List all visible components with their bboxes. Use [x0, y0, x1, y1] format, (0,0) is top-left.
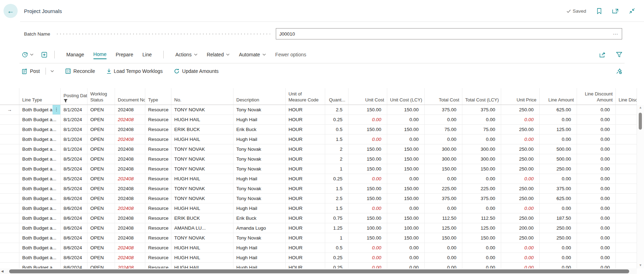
batch-name-value[interactable]: J00010: [276, 31, 611, 37]
cell-line_type[interactable]: Both Budget a...: [19, 164, 61, 174]
cell-description[interactable]: Hugh Hail: [233, 174, 286, 183]
cell-uom[interactable]: HOUR: [286, 115, 325, 124]
table-row[interactable]: Both Budget a...8/5/2024OPEN202408Resour…: [0, 174, 637, 184]
cell-quantity[interactable]: 0.25: [325, 253, 348, 262]
cell-document_no[interactable]: 202408: [115, 194, 145, 203]
fewer-options-button[interactable]: Fewer options: [275, 52, 306, 57]
bookmark-icon[interactable]: [597, 8, 602, 14]
cell-line_discount_amount[interactable]: 0.00: [577, 115, 616, 124]
cell-line_type[interactable]: Both Budget a...: [19, 135, 61, 144]
cell-description[interactable]: Tony Novak: [233, 144, 286, 154]
cell-indicator[interactable]: [0, 233, 19, 243]
cell-line_discount[interactable]: [616, 243, 637, 253]
cell-document_no[interactable]: 202408: [115, 115, 145, 124]
batch-name-input[interactable]: J00010 ...: [276, 28, 622, 39]
cell-no[interactable]: HUGH HAIL: [171, 115, 233, 124]
cell-worklog_status[interactable]: OPEN: [87, 135, 115, 144]
cell-total_cost_lcy[interactable]: 375.00: [462, 105, 501, 114]
cell-unit_cost_lcy[interactable]: 100.00: [387, 223, 425, 233]
cell-uom[interactable]: HOUR: [286, 204, 325, 213]
cell-document_no[interactable]: 202408: [115, 144, 145, 154]
cell-indicator[interactable]: [0, 154, 19, 164]
cell-document_no[interactable]: 202408: [115, 253, 145, 262]
cell-unit_price[interactable]: 0.00: [501, 263, 540, 268]
cell-indicator[interactable]: [0, 184, 19, 193]
cell-quantity[interactable]: 0.5: [325, 125, 348, 134]
cell-description[interactable]: Tony Novak: [233, 164, 286, 174]
cell-worklog_status[interactable]: OPEN: [87, 253, 115, 262]
cell-posting_date[interactable]: 8/5/2024: [61, 184, 87, 193]
table-row[interactable]: Both Budget a...8/5/2024OPEN202408Resour…: [0, 184, 637, 194]
cell-indicator[interactable]: [0, 115, 19, 124]
cell-line_type[interactable]: Both Budget a...: [19, 115, 61, 124]
cell-unit_cost_lcy[interactable]: 150.00: [387, 194, 425, 203]
cell-no[interactable]: TONY NOVAK: [171, 154, 233, 164]
cell-total_cost_lcy[interactable]: 0.00: [462, 253, 501, 262]
table-row[interactable]: Both Budget a...8/5/2024OPEN202408Resour…: [0, 164, 637, 174]
cell-uom[interactable]: HOUR: [286, 154, 325, 164]
cell-description[interactable]: Hugh Hail: [233, 135, 286, 144]
cell-total_cost[interactable]: 0.00: [425, 253, 462, 262]
unpin-icon[interactable]: [616, 68, 622, 74]
table-row[interactable]: Both Budget a...8/6/2024OPEN202408Resour…: [0, 223, 637, 233]
cell-unit_cost_lcy[interactable]: 150.00: [387, 144, 425, 154]
cell-unit_cost[interactable]: 0.00: [348, 135, 387, 144]
cell-total_cost[interactable]: 0.00: [425, 115, 462, 124]
cell-unit_cost_lcy[interactable]: 0.00: [387, 174, 425, 183]
cell-quantity[interactable]: 1.5: [325, 135, 348, 144]
cell-line_discount_amount[interactable]: 0.00: [577, 194, 616, 203]
cell-posting_date[interactable]: 8/6/2024: [61, 204, 87, 213]
column-header-type[interactable]: Type: [145, 88, 171, 105]
cell-uom[interactable]: HOUR: [286, 243, 325, 253]
cell-type[interactable]: Resource: [145, 213, 171, 223]
cell-posting_date[interactable]: 8/1/2024: [61, 125, 87, 134]
cell-line_discount[interactable]: [616, 253, 637, 262]
cell-unit_cost[interactable]: 150.00: [348, 105, 387, 114]
column-header-worklog_status[interactable]: WorklogStatus: [87, 88, 115, 105]
table-row[interactable]: Both Budget a...8/5/2024OPEN202408Resour…: [0, 154, 637, 164]
column-header-unit_cost[interactable]: Unit Cost: [348, 88, 387, 105]
cell-posting_date[interactable]: 8/5/2024: [61, 164, 87, 174]
cell-line_amount[interactable]: 250.00: [540, 223, 577, 233]
horizontal-scrollbar-thumb[interactable]: [9, 269, 629, 273]
cell-description[interactable]: Tony Novak: [233, 194, 286, 203]
cell-total_cost[interactable]: 0.00: [425, 243, 462, 253]
cell-total_cost[interactable]: 75.00: [425, 125, 462, 134]
cell-unit_price[interactable]: 200.00: [501, 223, 540, 233]
table-row[interactable]: Both Budget a...8/6/2024OPEN202408Resour…: [0, 233, 637, 243]
cell-posting_date[interactable]: 8/6/2024: [61, 194, 87, 203]
cell-description[interactable]: Hugh Hail: [233, 253, 286, 262]
cell-quantity[interactable]: 0.5: [325, 243, 348, 253]
cell-line_discount[interactable]: [616, 125, 637, 134]
cell-no[interactable]: ERIK BUCK: [171, 213, 233, 223]
cell-description[interactable]: Tony Novak: [233, 105, 286, 114]
cell-line_type[interactable]: Both Budget a...: [19, 213, 61, 223]
cell-unit_cost_lcy[interactable]: 150.00: [387, 164, 425, 174]
cell-no[interactable]: ERIK BUCK: [171, 125, 233, 134]
cell-total_cost_lcy[interactable]: 150.00: [462, 233, 501, 243]
cell-line_amount[interactable]: 0.00: [540, 135, 577, 144]
table-row[interactable]: Both Budget a...8/6/2024OPEN202408Resour…: [0, 213, 637, 223]
cell-indicator[interactable]: [0, 174, 19, 183]
cell-line_discount[interactable]: [616, 164, 637, 174]
cell-posting_date[interactable]: 8/1/2024: [61, 144, 87, 154]
cell-description[interactable]: Tony Novak: [233, 184, 286, 193]
cell-total_cost[interactable]: 375.00: [425, 105, 462, 114]
cell-line_type[interactable]: Both Budget a...: [19, 125, 61, 134]
cell-type[interactable]: Resource: [145, 194, 171, 203]
column-header-quantity[interactable]: Quant...: [325, 88, 348, 105]
cell-unit_cost_lcy[interactable]: 0.00: [387, 243, 425, 253]
menu-related[interactable]: Related: [207, 52, 230, 57]
cell-quantity[interactable]: 2: [325, 154, 348, 164]
cell-line_discount[interactable]: [616, 115, 637, 124]
cell-line_discount_amount[interactable]: 0.00: [577, 135, 616, 144]
cell-unit_cost[interactable]: 100.00: [348, 223, 387, 233]
column-header-total_cost_lcy[interactable]: Total Cost (LCY): [462, 88, 501, 105]
cell-unit_price[interactable]: 0.00: [501, 204, 540, 213]
cell-unit_cost[interactable]: 150.00: [348, 233, 387, 243]
column-header-posting_date[interactable]: Posting Date: [61, 88, 87, 105]
cell-uom[interactable]: HOUR: [286, 164, 325, 174]
cell-line_discount_amount[interactable]: 0.00: [577, 125, 616, 134]
table-row[interactable]: →Both Budget a...⋮8/1/2024OPEN202408Reso…: [0, 105, 637, 115]
filter-icon[interactable]: [616, 52, 622, 57]
